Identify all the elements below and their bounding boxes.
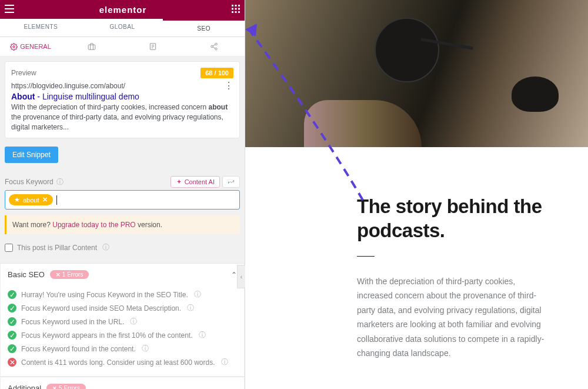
pillar-label: This post is Pillar Content bbox=[17, 244, 97, 252]
help-icon[interactable]: ⓘ bbox=[221, 357, 228, 367]
content-ai-button[interactable]: Content AI bbox=[171, 176, 220, 188]
subtab-document[interactable] bbox=[122, 37, 183, 56]
trend-icon bbox=[228, 178, 235, 185]
svg-rect-0 bbox=[5, 5, 14, 6]
svg-rect-2 bbox=[5, 12, 14, 13]
basic-seo-checks: ✓Hurray! You're using Focus Keyword in t… bbox=[1, 285, 244, 376]
pillar-content-row: This post is Pillar Content ⓘ bbox=[5, 240, 240, 258]
help-icon[interactable]: ⓘ bbox=[194, 290, 201, 300]
apps-grid-icon[interactable] bbox=[232, 5, 240, 15]
panel-tabs: ELEMENTS GLOBAL SEO bbox=[0, 19, 245, 37]
section-basic-seo: Basic SEO ✕1 Errors ⌃ ✓Hurray! You're us… bbox=[0, 263, 245, 377]
check-icon: ✓ bbox=[8, 317, 16, 326]
svg-rect-11 bbox=[238, 11, 240, 13]
section-head-basic[interactable]: Basic SEO ✕1 Errors ⌃ bbox=[1, 263, 244, 285]
tab-global[interactable]: GLOBAL bbox=[82, 19, 163, 36]
page-heading: The story behind the podcasts. bbox=[357, 194, 553, 243]
sparkle-icon bbox=[176, 179, 182, 185]
document-icon bbox=[149, 42, 157, 51]
seo-score-badge: 68 / 100 bbox=[201, 68, 233, 78]
hamburger-icon[interactable] bbox=[5, 5, 14, 15]
svg-rect-6 bbox=[232, 8, 233, 9]
page-content: The story behind the podcasts. With the … bbox=[245, 147, 588, 384]
pillar-checkbox[interactable] bbox=[5, 244, 13, 252]
svg-rect-10 bbox=[235, 11, 236, 13]
help-icon[interactable]: ⓘ bbox=[102, 242, 109, 252]
text-cursor bbox=[56, 195, 57, 205]
trends-button[interactable] bbox=[222, 176, 240, 188]
panel-header: elementor bbox=[0, 0, 245, 19]
share-icon bbox=[210, 42, 218, 51]
subtab-general-label: GENERAL bbox=[20, 43, 51, 50]
logo: elementor bbox=[99, 5, 147, 15]
chevron-down-icon: ⌄ bbox=[231, 384, 237, 389]
svg-line-21 bbox=[213, 47, 215, 48]
check-icon: ✓ bbox=[8, 304, 16, 312]
chevron-up-icon: ⌃ bbox=[231, 271, 237, 279]
check-icon: ✓ bbox=[8, 331, 16, 340]
focus-keyword-row: Focus Keyword ⓘ Content AI bbox=[5, 174, 240, 190]
edit-snippet-button[interactable]: Edit Snippet bbox=[5, 147, 58, 163]
gear-icon bbox=[10, 43, 18, 51]
preview-label: Preview bbox=[11, 69, 36, 77]
page-body-text: With the depreciation of third-party coo… bbox=[357, 274, 553, 361]
error-badge: ✕5 Errors bbox=[46, 384, 86, 389]
hero-image bbox=[245, 0, 588, 147]
upgrade-notice: Want more? Upgrade today to the PRO vers… bbox=[5, 215, 240, 234]
svg-rect-13 bbox=[88, 45, 95, 49]
seo-check-item: ✓Focus Keyword appears in the first 10% … bbox=[8, 328, 237, 342]
seo-check-item: ✓Focus Keyword used inside SEO Meta Desc… bbox=[8, 301, 237, 315]
snippet-url: https://blogvideo.linguise.com/about/ ⋮ bbox=[11, 82, 233, 90]
seo-subtabs: GENERAL bbox=[0, 37, 245, 56]
remove-chip-icon[interactable]: ✕ bbox=[42, 196, 48, 204]
check-icon: ✓ bbox=[8, 290, 16, 299]
svg-rect-7 bbox=[235, 8, 236, 9]
elementor-panel: elementor ELEMENTS GLOBAL SEO GENERAL Pr… bbox=[0, 0, 245, 389]
help-icon[interactable]: ⓘ bbox=[142, 344, 149, 354]
snippet-title: About - Linguise multilingual demo bbox=[11, 92, 233, 101]
error-badge: ✕1 Errors bbox=[50, 270, 89, 279]
help-icon[interactable]: ⓘ bbox=[130, 317, 137, 327]
keyword-chip[interactable]: ★ about ✕ bbox=[9, 194, 53, 205]
collapse-panel-handle[interactable]: ‹ bbox=[237, 265, 245, 288]
seo-check-item: ✓Hurray! You're using Focus Keyword in t… bbox=[8, 288, 237, 301]
snippet-description: With the depreciation of third-party coo… bbox=[11, 102, 233, 132]
subtab-briefcase[interactable] bbox=[61, 37, 122, 56]
svg-rect-4 bbox=[235, 5, 236, 6]
seo-check-item: ✓Focus Keyword used in the URL. ⓘ bbox=[8, 315, 237, 328]
focus-keyword-input[interactable]: ★ about ✕ bbox=[5, 190, 240, 210]
tab-seo[interactable]: SEO bbox=[163, 19, 245, 36]
subtab-share[interactable] bbox=[183, 37, 245, 56]
svg-point-12 bbox=[13, 45, 15, 47]
subtab-general[interactable]: GENERAL bbox=[0, 37, 61, 56]
snippet-preview-card: Preview 68 / 100 https://blogvideo.lingu… bbox=[5, 61, 240, 138]
svg-rect-9 bbox=[232, 11, 233, 13]
svg-point-19 bbox=[211, 45, 213, 48]
tab-elements[interactable]: ELEMENTS bbox=[0, 19, 82, 36]
seo-check-item: ✕Content is 411 words long. Consider usi… bbox=[8, 355, 237, 369]
svg-line-22 bbox=[213, 45, 215, 46]
help-icon[interactable]: ⓘ bbox=[199, 330, 206, 340]
check-icon: ✓ bbox=[8, 344, 16, 353]
section-head-additional[interactable]: Additional ✕5 Errors ⌄ bbox=[1, 377, 244, 389]
svg-rect-5 bbox=[238, 5, 240, 6]
more-icon[interactable]: ⋮ bbox=[224, 84, 233, 88]
svg-rect-1 bbox=[5, 8, 14, 9]
divider bbox=[357, 256, 375, 257]
svg-rect-3 bbox=[232, 5, 233, 6]
svg-rect-8 bbox=[238, 8, 240, 9]
seo-check-item: ✓Focus Keyword found in the content. ⓘ bbox=[8, 342, 237, 355]
focus-keyword-label: Focus Keyword bbox=[5, 178, 54, 186]
svg-point-20 bbox=[215, 48, 218, 50]
star-icon: ★ bbox=[14, 196, 20, 204]
help-icon[interactable]: ⓘ bbox=[187, 303, 194, 313]
help-icon[interactable]: ⓘ bbox=[56, 178, 64, 186]
panel-content: Preview 68 / 100 https://blogvideo.lingu… bbox=[0, 56, 245, 263]
page-preview: ‹ The story behind the podcasts. With th… bbox=[245, 0, 588, 389]
cross-icon: ✕ bbox=[8, 358, 16, 367]
briefcase-icon bbox=[88, 42, 96, 51]
upgrade-link[interactable]: Upgrade today to the PRO bbox=[52, 221, 135, 229]
svg-point-18 bbox=[215, 43, 218, 45]
